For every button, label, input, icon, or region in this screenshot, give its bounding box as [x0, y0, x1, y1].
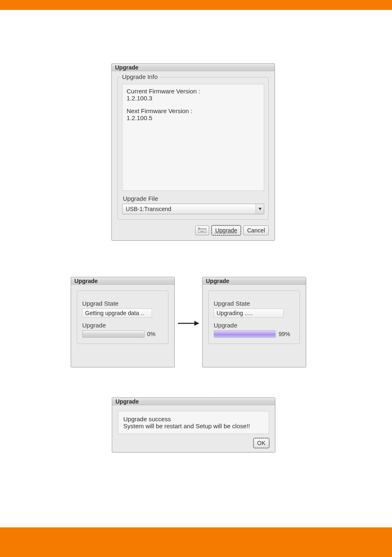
upgrade-progress-label: Upgrade	[214, 322, 295, 329]
progress-bar	[82, 330, 145, 338]
ok-button[interactable]: OK	[254, 438, 269, 448]
chevron-down-icon[interactable]	[256, 204, 264, 214]
progress-dialog-getting: Upgrade Upgrad State Getting upgrade dat…	[71, 277, 175, 367]
current-fw-label: Current Firmware Version :	[127, 88, 260, 95]
upgrade-state-label: Upgrad State	[214, 300, 295, 307]
progress-percent-text: 99%	[279, 331, 293, 337]
keyboard-button[interactable]	[195, 225, 209, 235]
progress-dialog-getting-title: Upgrade	[71, 277, 174, 285]
upgrade-button[interactable]: Upgrade	[212, 225, 241, 235]
upgrade-success-dialog: Upgrade Upgrade success System will be r…	[112, 397, 275, 453]
upgrade-progress-label: Upgrade	[82, 322, 163, 329]
progress-fill	[214, 331, 275, 337]
upgrade-state-value: Upgrading .....	[214, 309, 284, 318]
svg-rect-1	[198, 229, 206, 233]
cancel-button[interactable]: Cancel	[243, 225, 269, 235]
current-fw-value: 1.2.100.3	[127, 95, 260, 102]
progress-bar	[214, 330, 276, 338]
upgrade-file-value: USB-1:Transcend	[122, 206, 256, 212]
upgrade-state-label: Upgrad State	[82, 300, 163, 307]
next-fw-value: 1.2.100.5	[127, 114, 260, 121]
arrow-right-icon	[177, 319, 199, 327]
success-message-line2: System will be restart and Setup will be…	[123, 422, 264, 429]
upgrade-info-legend: Upgrade Info	[120, 73, 159, 80]
progress-dialog-upgrading: Upgrade Upgrad State Upgrading ..... Upg…	[202, 277, 306, 367]
success-message-line1: Upgrade success	[123, 415, 264, 422]
svg-marker-8	[194, 321, 199, 326]
upgrade-state-value: Getting upgrade data ..	[82, 309, 152, 318]
svg-marker-0	[258, 208, 262, 210]
upgrade-success-title: Upgrade	[112, 398, 275, 405]
footer-accent-bar	[0, 527, 392, 557]
upgrade-dialog-title: Upgrade	[112, 64, 274, 71]
next-fw-label: Next Firmware Version :	[127, 107, 260, 114]
progress-dialog-upgrading-title: Upgrade	[203, 277, 306, 285]
top-accent-bar	[0, 0, 392, 10]
progress-percent-text: 0%	[147, 331, 162, 337]
upgrade-file-combo[interactable]: USB-1:Transcend	[122, 204, 264, 214]
upgrade-dialog: Upgrade Upgrade Info Current Firmware Ve…	[111, 63, 275, 241]
footer-spacer	[0, 499, 392, 527]
upgrade-file-label: Upgrade File	[123, 195, 263, 202]
keyboard-icon	[198, 227, 206, 234]
